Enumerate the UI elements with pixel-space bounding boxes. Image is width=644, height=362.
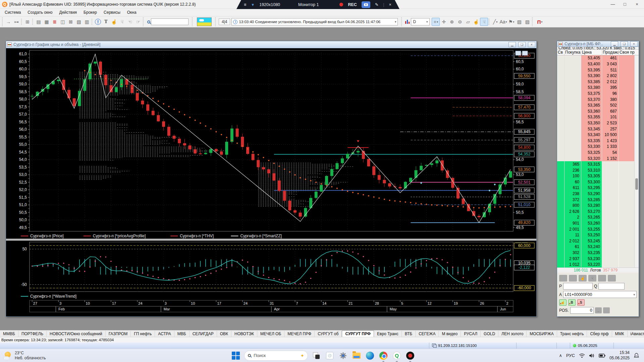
qty-input[interactable] bbox=[598, 283, 625, 290]
tab-МВБ[interactable]: МВБ bbox=[174, 331, 190, 337]
bid-row[interactable]: 36553,315 bbox=[557, 161, 639, 167]
ask-row[interactable]: 53,3502 523 bbox=[557, 120, 639, 126]
file-explorer-button[interactable] bbox=[352, 351, 362, 361]
taskbar-weather-widget[interactable]: 23°C Неб. облачность bbox=[0, 351, 87, 361]
ask-row[interactable]: 53,345257 bbox=[557, 126, 639, 132]
tab-ГП нефть[interactable]: ГП нефть bbox=[131, 331, 155, 337]
crosshair-move-icon[interactable]: ✛ bbox=[440, 18, 448, 26]
table-search-icon[interactable]: ◫ bbox=[59, 18, 67, 26]
alert-icon[interactable]: ! bbox=[95, 19, 101, 25]
orders-panel-button[interactable]: П▾ bbox=[536, 18, 544, 26]
table-info-icon[interactable]: ▥ bbox=[83, 18, 91, 26]
ask-row[interactable]: 53,3351 423 bbox=[557, 138, 639, 144]
battery-icon[interactable] bbox=[599, 354, 605, 358]
bid-row[interactable]: 37253,285 bbox=[557, 197, 639, 203]
tab-ЛЕН золото[interactable]: ЛЕН золото bbox=[498, 331, 527, 337]
start-button[interactable] bbox=[231, 351, 241, 361]
edge-button[interactable] bbox=[365, 351, 375, 361]
tab-ВТБ[interactable]: ВТБ bbox=[402, 331, 416, 337]
chart-minimize-button[interactable]: ▁ bbox=[508, 42, 516, 47]
orderbook-window[interactable]: Сургнфгз-п [МБ ФР... ▁ ❏ × Спред: 0,005 … bbox=[557, 41, 639, 317]
chart-window[interactable]: Сургнфгз-п График цены и объёма - [Дневн… bbox=[6, 41, 537, 317]
screenshot-button[interactable] bbox=[362, 1, 370, 8]
annotate-button[interactable]: ✎ bbox=[375, 2, 378, 7]
ask-row[interactable]: 53,3201 152 bbox=[557, 156, 639, 162]
keys-icon[interactable]: ⊶ bbox=[12, 18, 20, 26]
bid-row[interactable]: 2 93753,230 bbox=[557, 256, 639, 262]
flag-tool-icon[interactable]: ⚑▾ bbox=[507, 18, 515, 26]
bid-row[interactable]: 1153,250 bbox=[557, 232, 639, 238]
tab-Транс нефть[interactable]: Транс нефть bbox=[557, 331, 587, 337]
ask-row[interactable]: 53,37596 bbox=[557, 90, 639, 97]
table-close-icon[interactable]: ▧ bbox=[75, 18, 83, 26]
ask-row[interactable]: 53,365502 bbox=[557, 102, 639, 108]
cancel-buy-orders-button[interactable]: B× bbox=[568, 299, 576, 306]
pos-button-2[interactable] bbox=[603, 307, 610, 313]
recorder-taskbar-button[interactable] bbox=[405, 351, 415, 361]
ask-row[interactable]: 53,355101 bbox=[557, 114, 639, 120]
orderbook-close-button[interactable]: × bbox=[630, 41, 638, 47]
ob-tool-button-6[interactable] bbox=[608, 275, 616, 282]
tab-Сбер прф[interactable]: Сбер прф bbox=[587, 331, 612, 337]
orderbook-rows[interactable]: 53,40546153,4003 04353,39551153,3902 802… bbox=[557, 55, 639, 267]
pan-hand-icon[interactable]: ☟ bbox=[480, 18, 488, 26]
tab-НОВОСТИ/Окно сообщений[interactable]: НОВОСТИ/Окно сообщений bbox=[47, 331, 106, 337]
bid-row[interactable]: 90153,260 bbox=[557, 220, 639, 226]
quotes-window-icon[interactable]: ▤ bbox=[35, 18, 43, 26]
tab-GOLD[interactable]: GOLD bbox=[481, 331, 498, 337]
goto-arrow-icon[interactable]: → bbox=[4, 18, 12, 26]
orderbook-titlebar[interactable]: Сургнфгз-п [МБ ФР... ▁ ❏ × bbox=[557, 41, 639, 47]
ob-tool-button-4[interactable]: ☟ bbox=[588, 275, 596, 282]
tab-ОВК[interactable]: ОВК bbox=[217, 331, 231, 337]
tab-СУРГУТ об[interactable]: СУРГУТ об bbox=[315, 331, 342, 337]
interval-select[interactable]: D▾ bbox=[411, 18, 430, 25]
bid-row[interactable]: 23853,290 bbox=[557, 191, 639, 197]
orderbook-restore-button[interactable]: ❏ bbox=[621, 41, 628, 47]
add-series-button[interactable]: +▾ bbox=[432, 18, 440, 26]
bid-row[interactable]: 61153,295 bbox=[557, 185, 639, 191]
hide-drawings-icon[interactable]: ▨ bbox=[515, 18, 523, 26]
tab-МОСБИРЖА[interactable]: МОСБИРЖА bbox=[527, 331, 557, 337]
task-view-button[interactable] bbox=[311, 351, 321, 361]
menu-item-окна[interactable]: Окна bbox=[124, 9, 140, 15]
hand-sell-icon[interactable]: ☟ bbox=[118, 18, 126, 26]
account-select[interactable]: L01+00000F00▾ bbox=[563, 291, 637, 298]
menu-item-система[interactable]: Система bbox=[1, 9, 24, 15]
ask-row[interactable]: 53,395511 bbox=[557, 67, 639, 73]
table-edit-icon[interactable]: ⊠ bbox=[67, 18, 75, 26]
ask-row[interactable]: 53,34010 500 bbox=[557, 132, 639, 138]
tab-МЕЧЕЛ ОБ[interactable]: МЕЧЕЛ ОБ bbox=[257, 331, 284, 337]
bid-row[interactable]: 253,265 bbox=[557, 215, 639, 221]
tab-М видео[interactable]: М видео bbox=[439, 331, 461, 337]
quik-taskbar-button[interactable]: Q bbox=[392, 351, 402, 361]
tab-ГАЗПРОМ[interactable]: ГАЗПРОМ bbox=[106, 331, 131, 337]
pointer-hand-icon[interactable]: ☝ bbox=[472, 18, 480, 26]
tab-iАвиастКао[interactable]: iАвиастКао bbox=[628, 331, 644, 337]
ob-tool-button-1[interactable] bbox=[559, 275, 567, 282]
zoom-out-icon[interactable]: ⊖ bbox=[456, 18, 464, 26]
recorder-menu-icon[interactable]: ≡ bbox=[244, 2, 246, 7]
recorder-close-button[interactable]: × bbox=[389, 2, 391, 7]
tab-СУРГУТ ПРФ[interactable]: СУРГУТ ПРФ bbox=[342, 330, 374, 337]
tab-СЕЛИГДАР[interactable]: СЕЛИГДАР bbox=[190, 331, 217, 337]
cancel-hand-orders-button[interactable]: ☝× bbox=[559, 299, 567, 306]
bid-row[interactable]: 2 01253,245 bbox=[557, 238, 639, 244]
ask-row[interactable]: 53,360687 bbox=[557, 108, 639, 114]
ob-tool-button-2[interactable] bbox=[569, 275, 577, 282]
chart-window-icon[interactable]: ▦ bbox=[43, 18, 51, 26]
menu-item-брокер[interactable]: Брокер bbox=[80, 9, 100, 15]
chart-window-titlebar[interactable]: Сургнфгз-п График цены и объёма - [Дневн… bbox=[6, 41, 536, 48]
zoom-in-icon[interactable]: ⊕ bbox=[448, 18, 456, 26]
text-tool-icon[interactable]: T bbox=[102, 18, 110, 26]
menu-item-действия[interactable]: Действия bbox=[56, 9, 80, 15]
price-chart-canvas[interactable]: 61,060,560,059,559,058,558,057,557,056,5… bbox=[6, 48, 536, 316]
cancel-sell-orders-button[interactable]: S× bbox=[577, 299, 585, 306]
ob-tool-button-5[interactable] bbox=[598, 275, 606, 282]
taskbar-search[interactable]: Поиск ✦ bbox=[244, 351, 308, 361]
chart-restore-button[interactable]: ❏ bbox=[518, 42, 526, 47]
hand-stop-icon[interactable]: ☜ bbox=[126, 18, 134, 26]
ob-tool-button-3[interactable]: ☝ bbox=[579, 275, 587, 282]
language-indicator[interactable]: РУС bbox=[566, 353, 575, 358]
tab-Евро Транс[interactable]: Евро Транс bbox=[374, 331, 402, 337]
ask-row[interactable]: 53,3902 802 bbox=[557, 73, 639, 79]
